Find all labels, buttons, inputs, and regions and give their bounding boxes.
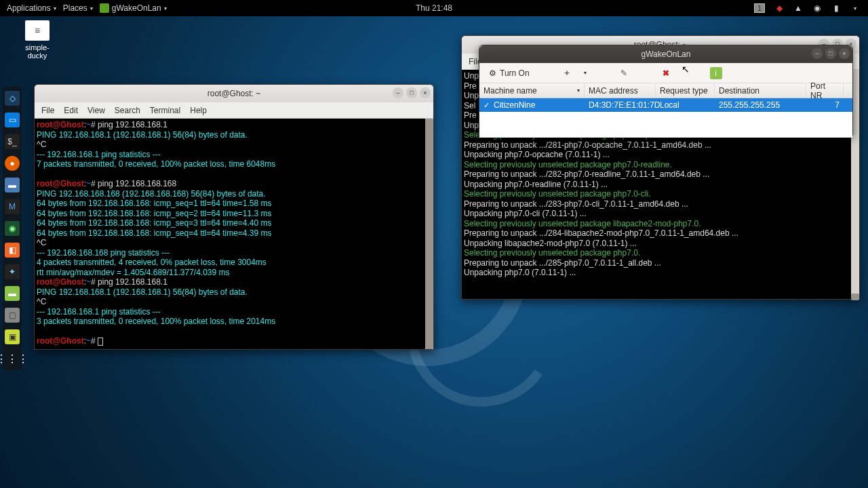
add-button[interactable]: ＋	[559, 67, 574, 79]
applications-menu[interactable]: Applications▾	[7, 3, 56, 13]
close-button[interactable]: ×	[420, 87, 431, 98]
terminal1-titlebar[interactable]: root@Ghost: ~ – □ ×	[35, 85, 433, 102]
clock[interactable]: Thu 21:48	[416, 3, 452, 13]
about-button[interactable]: i	[707, 66, 725, 81]
dock-burp[interactable]: ◧	[5, 243, 20, 258]
dock-app-10[interactable]: ▢	[5, 308, 20, 323]
col-port-nr[interactable]: Port NR	[806, 83, 844, 98]
dock-maltego[interactable]: ✦	[5, 264, 20, 279]
gwol-toolbar: ⚙ Turn On ＋ ▾ ✎ ✖ i	[479, 63, 852, 83]
gnome-topbar: Applications▾ Places▾ gWakeOnLan▾ Thu 21…	[0, 0, 868, 16]
network-icon[interactable]: ▲	[793, 3, 803, 13]
dock-armitage[interactable]: ◉	[5, 221, 20, 236]
menu-help[interactable]: Help	[190, 106, 207, 115]
gwol-table-body: ✓CitizenNine D4:3D:7E:E1:01:7D Local 255…	[479, 98, 852, 138]
terminal1-body[interactable]: root@Ghost:~# ping 192.168.168.1 PING 19…	[35, 119, 433, 349]
col-machine-name[interactable]: Machine name▾	[479, 83, 585, 98]
info-icon: i	[710, 67, 722, 79]
show-apps[interactable]: ⋮⋮⋮	[5, 351, 20, 366]
menu-edit[interactable]: Edit	[64, 106, 78, 115]
col-destination[interactable]: Destination	[715, 83, 806, 98]
terminal-window-1: root@Ghost: ~ – □ × File Edit View Searc…	[34, 84, 434, 350]
desktop-icon-simple-ducky[interactable]: ≡ simple-ducky	[20, 20, 54, 60]
menu-view[interactable]: View	[87, 106, 105, 115]
check-icon: ✓	[484, 101, 490, 109]
system-menu[interactable]: ▾	[850, 3, 860, 13]
mouse-cursor: ↖	[682, 64, 690, 75]
workspace-indicator[interactable]: 1	[754, 3, 765, 13]
minimize-button[interactable]: –	[812, 48, 823, 59]
gwol-titlebar[interactable]: gWakeOnLan – □ ×	[479, 45, 852, 63]
dock: ◇ ▭ $_ ● ▬ M ◉ ◧ ✦ ▬ ▢ ▣ ⋮⋮⋮	[3, 87, 22, 370]
col-mac-address[interactable]: MAC address	[585, 83, 656, 98]
dock-app-11[interactable]: ▣	[5, 329, 20, 344]
menu-file[interactable]: File	[41, 106, 54, 115]
col-request-type[interactable]: Request type	[656, 83, 715, 98]
sort-desc-icon: ▾	[577, 87, 580, 94]
gwol-table-header: Machine name▾ MAC address Request type D…	[479, 83, 852, 98]
desktop-icon-label: simple-ducky	[20, 43, 54, 60]
gwakeonlan-icon	[100, 3, 109, 13]
plus-icon: ＋	[562, 68, 572, 78]
dock-app-1[interactable]: ◇	[5, 91, 20, 106]
menu-search[interactable]: Search	[115, 106, 140, 115]
dock-notes[interactable]: ▬	[5, 286, 20, 301]
dock-app-2[interactable]: ▭	[5, 113, 20, 127]
maximize-button[interactable]: □	[406, 87, 417, 98]
dock-firefox[interactable]: ●	[5, 156, 20, 171]
battery-icon[interactable]: ▮	[831, 3, 841, 13]
dock-files[interactable]: ▬	[5, 178, 20, 192]
terminal1-scrollbar[interactable]	[425, 119, 433, 349]
pencil-icon: ✎	[619, 68, 629, 78]
places-menu[interactable]: Places▾	[63, 3, 93, 13]
delete-button[interactable]: ✖	[658, 67, 673, 79]
edit-button[interactable]: ✎	[616, 67, 631, 79]
delete-x-icon: ✖	[661, 68, 671, 78]
wifi-icon[interactable]: ◉	[812, 3, 822, 13]
add-dropdown[interactable]: ▾	[581, 68, 589, 77]
recording-icon[interactable]: ◆	[774, 3, 784, 13]
turn-on-button[interactable]: ⚙ Turn On	[485, 67, 532, 79]
active-app-chip[interactable]: gWakeOnLan▾	[100, 3, 167, 13]
table-row[interactable]: ✓CitizenNine D4:3D:7E:E1:01:7D Local 255…	[479, 98, 852, 112]
gear-icon: ⚙	[488, 68, 497, 78]
dock-terminal[interactable]: $_	[5, 134, 20, 149]
terminal1-menubar: File Edit View Search Terminal Help	[35, 102, 433, 119]
terminal-cursor	[98, 338, 103, 346]
close-button[interactable]: ×	[839, 48, 850, 59]
menu-terminal[interactable]: Terminal	[150, 106, 180, 115]
gwakeonlan-window: gWakeOnLan – □ × ⚙ Turn On ＋ ▾ ✎ ✖ i Mac…	[479, 45, 853, 136]
text-file-icon: ≡	[25, 20, 50, 41]
minimize-button[interactable]: –	[393, 87, 403, 98]
maximize-button[interactable]: □	[825, 48, 836, 59]
dock-metasploit[interactable]: M	[5, 199, 20, 214]
